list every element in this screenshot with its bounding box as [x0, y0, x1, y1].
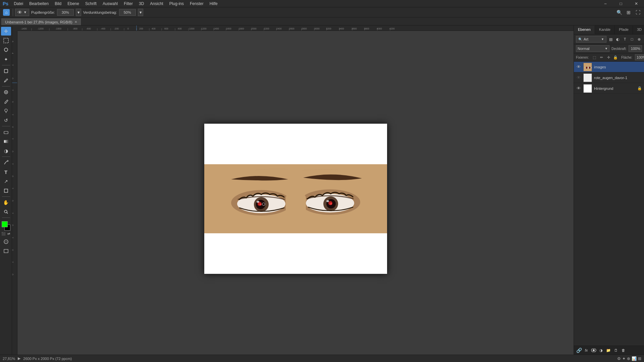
eyedropper-tool[interactable] — [1, 76, 11, 85]
status-icon-1[interactable]: ⚙ — [617, 356, 621, 361]
layers-filter-select[interactable]: 🔍 Art ▼ — [576, 36, 606, 43]
layer-mask-button[interactable] — [591, 347, 597, 353]
lock-all-icon[interactable]: 🔒 — [612, 55, 619, 60]
selection-tool[interactable] — [1, 36, 11, 45]
layer-fx-button[interactable]: fx — [583, 347, 589, 353]
foreground-color[interactable] — [2, 221, 8, 227]
quick-mask-tool[interactable] — [1, 237, 11, 246]
tool-size-input[interactable] — [57, 9, 74, 16]
filter-shape-icon[interactable]: □ — [629, 36, 635, 42]
layer-group-button[interactable]: 📁 — [605, 347, 611, 353]
svg-text:0: 0 — [12, 225, 14, 226]
tool-separator-3 — [2, 126, 10, 126]
maximize-button[interactable]: □ — [613, 0, 629, 7]
menu-ebene[interactable]: Ebene — [65, 0, 82, 7]
status-icon-3[interactable]: ⊕ — [627, 356, 630, 361]
tab-ebenen[interactable]: Ebenen — [574, 25, 595, 34]
menu-plugins[interactable]: Plug-ins — [167, 0, 186, 7]
opacity-input[interactable]: 100% — [629, 45, 642, 52]
spot-healing-tool[interactable] — [1, 88, 11, 97]
lasso-tool[interactable] — [1, 46, 11, 54]
close-button[interactable]: ✕ — [629, 0, 644, 7]
filter-adjustment-icon[interactable]: ◐ — [615, 36, 621, 42]
clone-stamp-tool[interactable] — [1, 107, 11, 115]
svg-line-12 — [7, 213, 8, 214]
svg-rect-2 — [4, 38, 8, 43]
type-tool[interactable]: T — [1, 168, 11, 176]
fill-input[interactable]: 100% — [635, 54, 644, 60]
tool-size-dropdown[interactable]: ▼ — [76, 9, 81, 16]
tool-select[interactable]: 👁 ▼ — [15, 9, 29, 16]
dodge-tool[interactable]: ◑ — [1, 146, 11, 155]
tab-pfade[interactable]: Pfade — [615, 25, 633, 34]
gradient-tool[interactable] — [1, 137, 11, 146]
layer-item-hintergrund[interactable]: 👁 Hintergrund 🔒 — [574, 83, 644, 94]
svg-text:-600: -600 — [86, 27, 91, 30]
lock-move-icon[interactable]: ✛ — [605, 55, 611, 60]
canvas-top-white — [204, 124, 387, 164]
layer-add-button[interactable]: 🗒 — [613, 347, 619, 353]
zoom-tool[interactable] — [1, 207, 11, 216]
minimize-button[interactable]: – — [598, 0, 613, 7]
layer-item-rote-augen[interactable]: 👁 rote_augen_davor-1 — [574, 72, 644, 83]
document-tab[interactable]: Unbenannt-1 bei 27,8% (images, RGB/8) ✕ — [1, 18, 81, 25]
svg-text:1400: 1400 — [214, 27, 219, 30]
svg-text:1600: 1600 — [226, 27, 231, 30]
menu-filter[interactable]: Filter — [121, 0, 136, 7]
zoom-icon[interactable]: ⛶ — [634, 8, 642, 16]
svg-point-117 — [586, 67, 587, 68]
brush-tool[interactable] — [1, 97, 11, 106]
default-colors-button[interactable]: ⬛ — [1, 232, 6, 237]
status-arrow[interactable]: ▶ — [18, 356, 20, 361]
menu-fenster[interactable]: Fenster — [187, 0, 206, 7]
menu-bild[interactable]: Bild — [52, 0, 64, 7]
menu-bearbeiten[interactable]: Bearbeiten — [26, 0, 51, 7]
status-icon-2[interactable]: ✦ — [622, 356, 626, 361]
svg-text:-400: -400 — [101, 27, 105, 30]
tab-kanaele[interactable]: Kanäle — [595, 25, 615, 34]
arrange-icon[interactable]: ⊞ — [625, 8, 633, 16]
menu-3d[interactable]: 3D — [136, 0, 147, 7]
layer-item-images[interactable]: 👁 images — [574, 62, 644, 72]
magic-wand-tool[interactable]: ✦ — [1, 55, 11, 64]
hand-tool[interactable]: ✋ — [1, 198, 11, 207]
filter-pixel-icon[interactable]: ▤ — [608, 36, 614, 42]
lock-draw-icon[interactable]: ✏ — [598, 55, 604, 60]
lock-pixel-icon[interactable]: ⬚ — [591, 55, 597, 60]
menu-ansicht[interactable]: Ansicht — [147, 0, 166, 7]
layer-link-icon[interactable]: 🔗 — [576, 347, 582, 353]
layer-delete-button[interactable]: 🗑 — [620, 347, 626, 353]
history-brush-tool[interactable]: ↺ — [1, 116, 11, 125]
shape-tool[interactable] — [1, 186, 11, 195]
filter-smart-icon[interactable]: ⊕ — [636, 36, 642, 42]
search-icon[interactable]: 🔍 — [615, 8, 623, 16]
layer-visibility-hintergrund[interactable]: 👁 — [576, 86, 581, 91]
menu-hilfe[interactable]: Hilfe — [207, 0, 220, 7]
screen-mode-button[interactable] — [1, 247, 11, 255]
filter-type-icon[interactable]: T — [622, 36, 628, 42]
layer-visibility-images[interactable]: 👁 — [576, 64, 581, 69]
menu-datei[interactable]: Datei — [11, 0, 26, 7]
pen-tool[interactable] — [1, 158, 11, 167]
crop-tool[interactable] — [1, 67, 11, 75]
eraser-tool[interactable] — [1, 128, 11, 136]
svg-point-120 — [589, 67, 590, 68]
tab-close-button[interactable]: ✕ — [74, 20, 77, 24]
tab-name: Unbenannt-1 bei 27,8% (images, RGB/8) — [5, 20, 72, 24]
darkening-input[interactable] — [119, 9, 136, 16]
layer-visibility-rote-augen[interactable]: 👁 — [576, 75, 581, 80]
tab-3d[interactable]: 3D — [633, 25, 644, 34]
move-tool[interactable]: ✛ — [1, 27, 11, 36]
layer-adjustment-button[interactable]: ◑ — [598, 347, 604, 353]
status-icon-5[interactable]: ⊞ — [638, 356, 641, 361]
home-button[interactable]: ⌂ — [2, 8, 11, 17]
menu-auswahl[interactable]: Auswahl — [100, 0, 120, 7]
status-icon-4[interactable]: 📊 — [632, 356, 637, 361]
canvas-area[interactable] — [17, 31, 574, 355]
path-selection-tool[interactable]: ↗ — [1, 177, 11, 186]
blend-mode-select[interactable]: Normal ▼ — [576, 45, 609, 52]
darkening-dropdown[interactable]: ▼ — [138, 9, 143, 16]
switch-colors-button[interactable]: ⇄ — [6, 232, 11, 237]
menu-schrift[interactable]: Schrift — [83, 0, 99, 7]
svg-text:2: 2 — [12, 64, 14, 66]
